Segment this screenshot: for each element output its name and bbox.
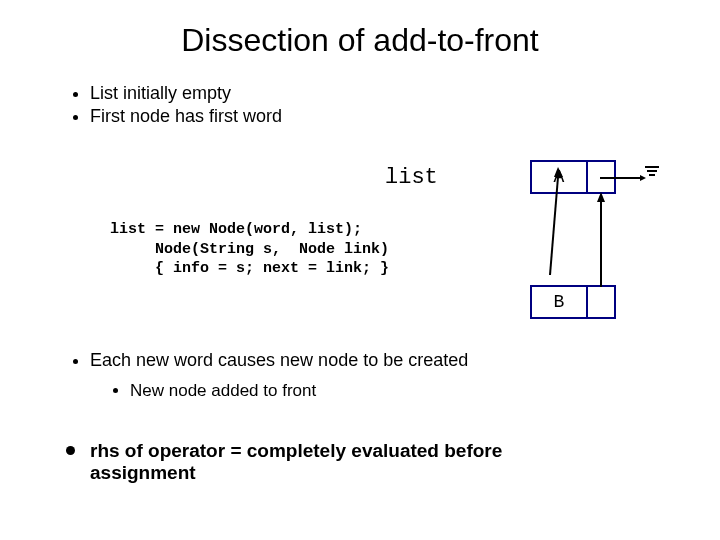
bullet-added-front: New node added to front (130, 381, 470, 401)
ground-icon (645, 166, 659, 176)
svg-marker-3 (554, 167, 563, 177)
bullet-rhs: rhs of operator = completely evaluated b… (90, 440, 502, 483)
sub-bullets: New node added to front (130, 381, 470, 401)
top-bullets: List initially empty First node has firs… (90, 83, 720, 127)
arrow-b-to-a (595, 192, 625, 292)
arrow-list-to-a (440, 165, 570, 285)
svg-marker-5 (597, 192, 605, 202)
slide-title: Dissection of add-to-front (0, 22, 720, 59)
svg-line-2 (550, 177, 558, 275)
arrow-a-to-ground (600, 175, 648, 181)
bullet-first-node: First node has first word (90, 106, 720, 127)
mid-bullets: Each new word causes new node to be crea… (90, 350, 470, 401)
code-block: list = new Node(word, list); Node(String… (110, 220, 389, 279)
node-b-info: B (532, 287, 588, 317)
bottom-bullet: rhs of operator = completely evaluated b… (90, 440, 540, 484)
list-label: list (385, 165, 438, 190)
bullet-dot-icon (66, 446, 75, 455)
bullet-empty: List initially empty (90, 83, 720, 104)
bullet-new-node: Each new word causes new node to be crea… (90, 350, 470, 371)
